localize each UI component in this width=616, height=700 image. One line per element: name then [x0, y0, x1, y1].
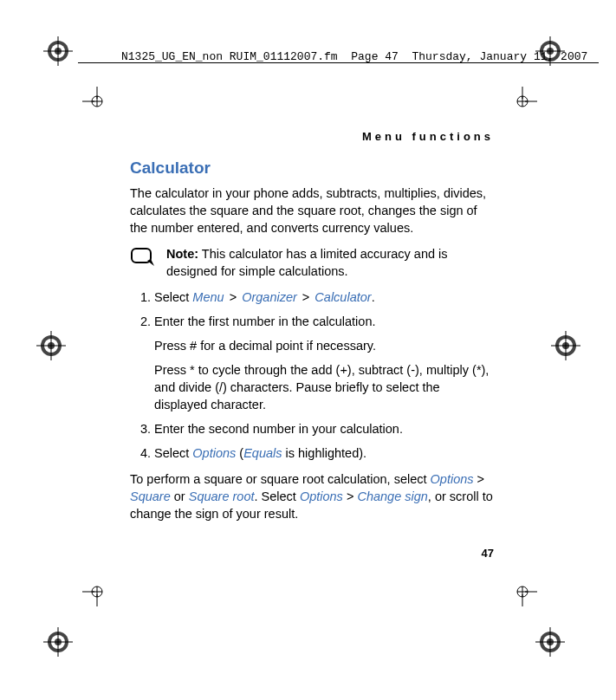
breadcrumb-separator: >	[224, 290, 243, 304]
page-title: Calculator	[130, 159, 494, 178]
page-meta-info: N1325_UG_EN_non RUIM_01112007.fm Page 47…	[121, 50, 599, 63]
step-text: Enter the second number in your calculat…	[154, 422, 403, 436]
step-subtext: Press * to cycle through the add (+), su…	[154, 361, 494, 413]
square-link: Square	[130, 489, 171, 503]
note-body: This calculator has a limited accuracy a…	[166, 247, 448, 278]
step-text: (	[236, 446, 243, 460]
step-text: Select	[154, 290, 192, 304]
tail-text: >	[343, 489, 358, 503]
note-label: Note:	[166, 247, 198, 261]
crop-mark-icon	[508, 87, 537, 116]
section-header: Menu functions	[130, 130, 494, 143]
registration-mark-icon	[551, 331, 580, 360]
calculator-link: Calculator	[314, 290, 371, 304]
step-text: .	[372, 290, 375, 304]
tail-text: or	[171, 489, 189, 503]
equals-link: Equals	[243, 446, 282, 460]
page-number: 47	[130, 547, 494, 560]
crop-mark-icon	[82, 87, 112, 116]
options-link: Options	[431, 472, 474, 486]
registration-mark-icon	[43, 36, 73, 66]
change-sign-link: Change sign	[357, 489, 427, 503]
step-subtext: Press # for a decimal point if necessary…	[154, 337, 494, 354]
step-2: Enter the first number in the calculatio…	[154, 313, 494, 413]
note-icon	[130, 247, 158, 273]
registration-mark-icon	[36, 331, 66, 360]
options-link: Options	[300, 489, 343, 503]
crop-mark-icon	[82, 577, 112, 606]
menu-link: Menu	[192, 290, 224, 304]
step-text: Enter the first number in the calculatio…	[154, 314, 376, 328]
step-3: Enter the second number in your calculat…	[154, 420, 494, 438]
square-root-link: Square root	[189, 489, 255, 503]
intro-paragraph: The calculator in your phone adds, subtr…	[130, 185, 494, 237]
registration-mark-icon	[43, 627, 73, 657]
tail-text: To perform a square or square root calcu…	[130, 472, 431, 486]
page-content: Menu functions Calculator The calculator…	[130, 130, 494, 560]
step-4: Select Options (Equals is highlighted).	[154, 444, 494, 462]
tail-paragraph: To perform a square or square root calcu…	[130, 470, 494, 522]
step-text: Select	[154, 446, 192, 460]
options-link: Options	[192, 446, 236, 460]
step-text: is highlighted).	[282, 446, 367, 460]
note-block: Note: This calculator has a limited accu…	[130, 245, 494, 280]
svg-rect-50	[132, 249, 151, 262]
tail-text: . Select	[255, 489, 300, 503]
steps-list: Select Menu > Organizer > Calculator. En…	[130, 288, 494, 462]
tail-text: >	[474, 472, 485, 486]
note-text: Note: This calculator has a limited accu…	[166, 245, 494, 280]
registration-mark-icon	[535, 627, 565, 657]
crop-mark-icon	[508, 577, 537, 606]
step-1: Select Menu > Organizer > Calculator.	[154, 288, 494, 306]
organizer-link: Organizer	[242, 290, 297, 304]
breadcrumb-separator: >	[297, 290, 315, 304]
